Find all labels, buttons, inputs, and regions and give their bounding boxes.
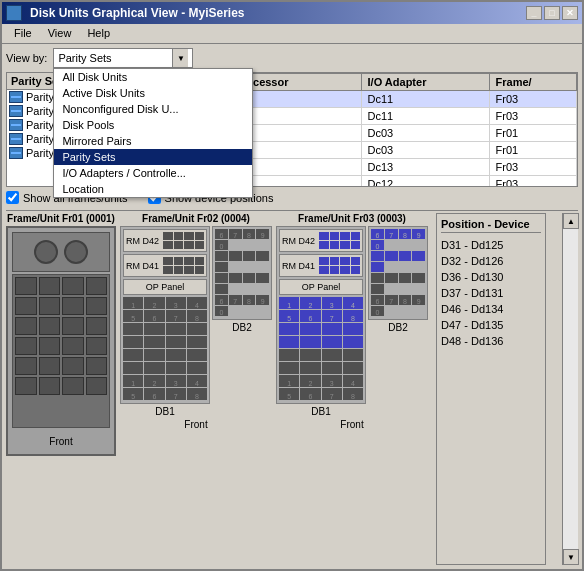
rm-d41-fr02: RM D41	[123, 254, 207, 277]
g	[215, 251, 228, 261]
g	[279, 349, 299, 361]
g-sel: 4	[343, 297, 363, 309]
g: 4	[187, 297, 207, 309]
col-frame: Frame/	[489, 74, 576, 91]
grid-cell-selected	[319, 266, 328, 274]
g	[322, 349, 342, 361]
disk-unit	[62, 277, 84, 295]
g-sel	[371, 251, 384, 261]
fan-icon-left	[34, 240, 58, 264]
grid-cell-selected	[351, 266, 361, 274]
close-button[interactable]: ✕	[562, 6, 578, 20]
g	[144, 336, 164, 348]
grid-cell	[163, 241, 172, 249]
position-device-item-1: D32 - Dd126	[441, 253, 541, 269]
left-panel-label-4: Parity	[26, 147, 54, 159]
g: 8	[243, 229, 256, 239]
disk-grid-r3-fr03	[279, 349, 363, 374]
g-sel: 0	[371, 240, 384, 250]
g	[215, 273, 228, 283]
grid-cell-selected	[340, 241, 350, 249]
menu-view[interactable]: View	[40, 26, 80, 41]
g: 8	[343, 388, 363, 400]
g	[187, 362, 207, 374]
grid-cell	[195, 257, 205, 265]
g: 0	[215, 240, 228, 250]
g: 5	[123, 388, 143, 400]
dropdown-option-location[interactable]: Location	[54, 181, 252, 197]
disk-unit	[86, 357, 108, 375]
scroll-track[interactable]	[563, 229, 578, 549]
g-sel: 3	[322, 297, 342, 309]
dropdown-option-disk-pools[interactable]: Disk Pools	[54, 117, 252, 133]
db2-grid-3	[215, 273, 269, 294]
scroll-up-button[interactable]: ▲	[563, 213, 579, 229]
g-sel: 7	[322, 310, 342, 322]
g-sel	[385, 251, 398, 261]
dropdown-option-all-disk-units[interactable]: All Disk Units	[54, 69, 252, 85]
grid-cell	[184, 241, 194, 249]
frame-label-fr02: Frame/Unit Fr02 (0004)	[142, 213, 250, 224]
disk-unit	[62, 317, 84, 335]
disk-row-3	[15, 337, 107, 355]
g: 6	[300, 388, 320, 400]
disk-row-2	[15, 317, 107, 335]
frame-sub-units-fr03: RM D42	[276, 226, 428, 417]
disk-row-4	[15, 357, 107, 375]
menu-file[interactable]: File	[6, 26, 40, 41]
scroll-down-button[interactable]: ▼	[563, 549, 579, 565]
grid-cell	[195, 266, 205, 274]
g: 7	[166, 388, 186, 400]
db2-grid-2	[215, 251, 269, 272]
parity-icon-3	[9, 133, 23, 145]
g: 1	[123, 297, 143, 309]
position-device-item-0: D31 - Dd125	[441, 237, 541, 253]
g	[187, 349, 207, 361]
maximize-button[interactable]: □	[544, 6, 560, 20]
dropdown-option-mirrored-pairs[interactable]: Mirrored Pairs	[54, 133, 252, 149]
db2-grid-1: 6 7 8 9 0	[215, 229, 269, 250]
disk-unit	[62, 357, 84, 375]
g: 6	[144, 310, 164, 322]
db2-front-fr02: DB2	[232, 322, 251, 333]
g	[343, 349, 363, 361]
db1-front-fr03: DB1	[311, 406, 330, 417]
grid-cell	[195, 232, 205, 240]
dropdown-option-nonconfigured[interactable]: Nonconfigured Disk U...	[54, 101, 252, 117]
rm-d42-grid-fr03	[319, 232, 360, 249]
g-sel	[371, 262, 384, 272]
g: 6	[144, 388, 164, 400]
db2-unit-fr02: 6 7 8 9 0	[212, 226, 272, 417]
dropdown-option-active-disk-units[interactable]: Active Disk Units	[54, 85, 252, 101]
g-sel: 1	[279, 297, 299, 309]
g	[371, 284, 384, 294]
frame-unit-fr03: Frame/Unit Fr03 (0003) RM D42	[276, 213, 428, 565]
disk-unit	[15, 337, 37, 355]
graphical-area: Frame/Unit Fr01 (0001)	[6, 213, 578, 565]
g	[371, 273, 384, 283]
g-sel	[343, 323, 363, 335]
parity-icon-2	[9, 119, 23, 131]
frame-unit-fr02: Frame/Unit Fr02 (0004) RM D42	[120, 213, 272, 565]
menu-help[interactable]: Help	[79, 26, 118, 41]
frame-box-fr01: Front	[6, 226, 116, 456]
view-by-dropdown[interactable]: Parity Sets ▼	[53, 48, 193, 68]
show-all-frames-checkbox[interactable]	[6, 191, 19, 204]
frame-bottom-fr01: Front	[12, 430, 110, 450]
disk-grid-r1-fr03: 1 2 3 4 5 6 7 8	[279, 297, 363, 322]
cell-frame-2: Fr01	[489, 125, 576, 142]
disk-row-0	[15, 277, 107, 295]
grid-cell	[174, 241, 184, 249]
db2fr03-grid-2	[371, 251, 425, 272]
g-sel: 8	[343, 310, 363, 322]
frames-area: Frame/Unit Fr01 (0001)	[6, 213, 558, 565]
frame-front-label-fr03: Front	[340, 419, 363, 430]
disk-unit	[15, 277, 37, 295]
grid-cell-selected	[351, 257, 361, 265]
minimize-button[interactable]: _	[526, 6, 542, 20]
frame-middle-fr01	[12, 274, 110, 428]
dropdown-option-parity-sets[interactable]: Parity Sets	[54, 149, 252, 165]
g	[166, 362, 186, 374]
dropdown-option-io-adapters[interactable]: I/O Adapters / Controlle...	[54, 165, 252, 181]
grid-cell-selected	[319, 241, 328, 249]
